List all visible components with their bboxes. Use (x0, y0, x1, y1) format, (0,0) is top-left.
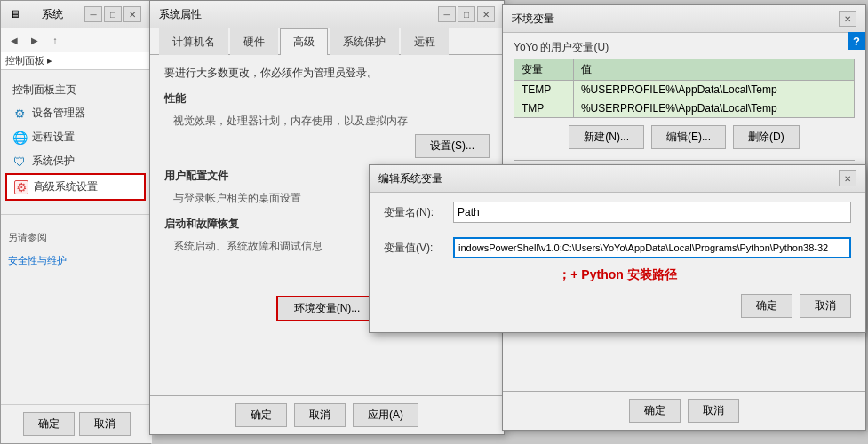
user-new-button[interactable]: 新建(N)... (569, 125, 644, 149)
sys-props-title-bar: 系统属性 ─ □ ✕ (150, 1, 504, 28)
sidebar-item-system-protection[interactable]: 🛡 系统保护 (5, 149, 146, 173)
user-edit-button[interactable]: 编辑(E)... (651, 125, 726, 149)
sp-minimize-button[interactable]: ─ (438, 6, 456, 22)
sys-props-bottom-bar: 确定 取消 应用(A) (150, 395, 504, 434)
user-vars-title: YoYo 的用户变量(U) (503, 33, 865, 59)
forward-button[interactable]: ▶ (26, 31, 44, 49)
sidebar-item-device-manager[interactable]: ⚙ 设备管理器 (5, 101, 146, 125)
edit-dialog-buttons: 确定 取消 (370, 287, 865, 325)
system-window-controls: ─ □ ✕ (84, 6, 141, 22)
user-vars-col-value: 值 (573, 59, 854, 81)
user-vars-col-variable: 变量 (514, 59, 574, 81)
user-var-buttons: 新建(N)... 编辑(E)... 删除(D) (503, 118, 865, 156)
performance-section: 性能 视觉效果，处理器计划，内存使用，以及虚拟内存 设置(S)... (164, 91, 490, 158)
uv-temp-val: %USERPROFILE%\AppData\Local\Temp (573, 81, 854, 99)
system-ok-button[interactable]: 确定 (23, 412, 75, 436)
also-see-label: 另请参阅 (1, 224, 150, 251)
env-window-controls: ✕ (839, 11, 856, 27)
system-window-title: 系统 (42, 7, 63, 22)
sp-apply-button[interactable]: 应用(A) (353, 403, 418, 427)
navigation-bar: ◀ ▶ ↑ (1, 28, 150, 52)
env-window-title: 环境变量 (512, 12, 554, 27)
sp-ok-button[interactable]: 确定 (235, 403, 287, 427)
performance-body: 视觉效果，处理器计划，内存使用，以及虚拟内存 (173, 114, 490, 129)
device-manager-icon: ⚙ (12, 107, 27, 121)
tab-hardware[interactable]: 硬件 (230, 28, 278, 55)
minimize-button[interactable]: ─ (84, 6, 102, 22)
uv-tmp-val: %USERPROFILE%\AppData\Local\Temp (573, 99, 854, 118)
var-name-input[interactable] (453, 202, 851, 223)
sidebar-item-advanced-settings[interactable]: ⚙ 高级系统设置 (5, 173, 146, 201)
var-value-input[interactable] (453, 237, 851, 258)
environment-variables-button[interactable]: 环境变量(N)... (276, 296, 378, 321)
edit-dialog-title-bar: 编辑系统变量 ✕ (370, 165, 865, 193)
maximize-button[interactable]: □ (104, 6, 122, 22)
sys-props-title: 系统属性 (159, 7, 202, 22)
edit-ok-button[interactable]: 确定 (741, 294, 792, 318)
system-title-bar: 🖥 系统 ─ □ ✕ (1, 1, 150, 28)
sidebar-item-remote-settings[interactable]: 🌐 远程设置 (5, 125, 146, 149)
env-ok-button[interactable]: 确定 (629, 399, 681, 423)
var-name-row: 变量名(N): (370, 193, 865, 228)
sp-maximize-button[interactable]: □ (458, 6, 475, 22)
uv-tmp-var: TMP (514, 99, 574, 118)
env-window-bottom-bar: 确定 取消 (503, 391, 865, 430)
edit-cancel-button[interactable]: 取消 (800, 294, 851, 318)
var-value-row: 变量值(V): (370, 228, 865, 264)
remote-settings-icon: 🌐 (12, 131, 27, 145)
help-button[interactable]: ? (848, 32, 865, 50)
system-window-icon: 🖥 (10, 8, 20, 20)
table-row[interactable]: TEMP %USERPROFILE%\AppData\Local\Temp (514, 81, 855, 99)
tab-advanced[interactable]: 高级 (280, 28, 328, 55)
edit-dialog-title: 编辑系统变量 (378, 171, 442, 186)
system-window-bottom-bar: 确定 取消 (1, 404, 152, 443)
advanced-settings-icon: ⚙ (14, 180, 28, 194)
env-close-button[interactable]: ✕ (839, 11, 856, 27)
section-divider (514, 160, 855, 161)
sp-close-button[interactable]: ✕ (477, 6, 495, 22)
table-row[interactable]: TMP %USERPROFILE%\AppData\Local\Temp (514, 99, 855, 118)
edit-close-button[interactable]: ✕ (839, 170, 856, 186)
system-window: 🖥 系统 ─ □ ✕ ◀ ▶ ↑ 控制面板 ▸ 控制面板主页 ⚙ 设备管理器 🌐… (0, 0, 151, 444)
edit-dialog-controls: ✕ (839, 170, 856, 186)
env-title-bar: 环境变量 ✕ (503, 5, 865, 33)
performance-settings-button[interactable]: 设置(S)... (415, 134, 490, 158)
performance-header: 性能 (164, 91, 490, 108)
python-path-annotation: ；+ Python 安装路径 (370, 264, 865, 287)
system-cancel-button[interactable]: 取消 (79, 412, 131, 436)
tab-computer-name[interactable]: 计算机名 (159, 28, 228, 55)
edit-system-variable-dialog: 编辑系统变量 ✕ 变量名(N): 变量值(V): ；+ Python 安装路径 … (369, 164, 866, 333)
sys-props-controls: ─ □ ✕ (438, 6, 495, 22)
breadcrumb: 控制面板 ▸ (1, 52, 150, 70)
system-protection-icon: 🛡 (12, 155, 27, 169)
sys-props-tabs: 计算机名 硬件 高级 系统保护 远程 (150, 28, 504, 55)
back-button[interactable]: ◀ (5, 31, 23, 49)
tab-system-protection[interactable]: 系统保护 (330, 28, 399, 55)
user-vars-table: 变量 值 TEMP %USERPROFILE%\AppData\Local\Te… (514, 59, 855, 118)
env-cancel-button[interactable]: 取消 (688, 399, 739, 423)
up-button[interactable]: ↑ (46, 31, 64, 49)
sidebar-title: 控制面板主页 (5, 79, 146, 101)
uv-temp-var: TEMP (514, 81, 574, 99)
user-delete-button[interactable]: 删除(D) (733, 125, 800, 149)
tab-remote[interactable]: 远程 (401, 28, 449, 55)
var-value-label: 变量值(V): (384, 241, 446, 256)
close-button[interactable]: ✕ (123, 6, 141, 22)
sidebar: 控制面板主页 ⚙ 设备管理器 🌐 远程设置 🛡 系统保护 ⚙ 高级系统设置 (1, 70, 150, 210)
var-name-label: 变量名(N): (384, 205, 446, 220)
admin-notice: 要进行大多数更改，你必须作为管理员登录。 (164, 66, 490, 81)
security-maintenance-link[interactable]: 安全性与维护 (1, 251, 150, 270)
sp-cancel-button[interactable]: 取消 (294, 403, 346, 427)
